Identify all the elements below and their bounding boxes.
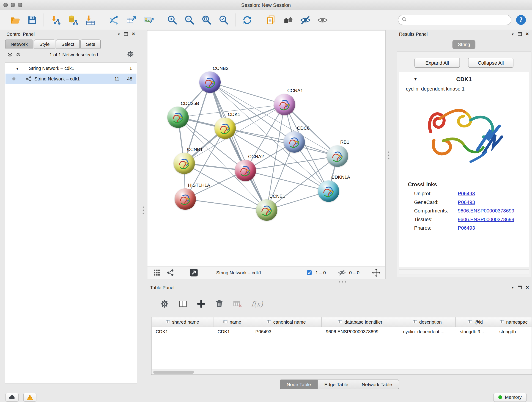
crosslink-compartments-link[interactable]: 9606.ENSP00000378699: [458, 208, 514, 214]
tab-sets[interactable]: Sets: [80, 40, 101, 49]
table-row[interactable]: CDK1CDK1P064939606.ENSP00000378699cyclin…: [152, 327, 532, 337]
network-canvas[interactable]: CCNB2CCNA1CDC25BCDK1CDC6RB1CCNB1CCNA2CDK…: [147, 31, 385, 266]
close-window-button[interactable]: [3, 3, 8, 7]
panel-menu-icon[interactable]: ▾: [512, 286, 514, 289]
help-icon[interactable]: ?: [515, 14, 526, 26]
vertical-splitter-handle[interactable]: [387, 151, 390, 160]
network-node-ccnb1[interactable]: [174, 153, 195, 174]
selected-checkbox-icon[interactable]: [307, 270, 312, 275]
network-row[interactable]: String Network – cdk1 11 48: [6, 74, 137, 84]
tab-edge-table[interactable]: Edge Table: [317, 380, 355, 389]
tab-node-table[interactable]: Node Table: [280, 380, 318, 389]
network-node-rb1[interactable]: [327, 146, 348, 167]
crosslink-pharos-link[interactable]: P06493: [458, 225, 475, 231]
network-arrows-icon[interactable]: [105, 12, 122, 28]
zoom-out-icon[interactable]: [181, 12, 198, 28]
import-network-database-icon[interactable]: [64, 12, 82, 28]
gear-icon[interactable]: [160, 300, 169, 308]
panel-float-icon[interactable]: [518, 32, 522, 36]
column-header-database-identifier[interactable]: database identifier: [322, 317, 399, 327]
crosslink-uniprot-link[interactable]: P06493: [458, 191, 475, 196]
column-header-name[interactable]: name: [214, 317, 251, 327]
show-panel-icon[interactable]: [314, 12, 331, 28]
crosslink-genecard-link[interactable]: P06493: [458, 199, 475, 205]
network-node-ccne1[interactable]: [256, 199, 278, 221]
birdseye-icon[interactable]: [190, 268, 198, 277]
collapse-tree-icon[interactable]: [7, 52, 12, 57]
network-node-hist1h1a[interactable]: [175, 188, 196, 210]
collapse-triangle-icon[interactable]: ▼: [16, 66, 19, 70]
refresh-icon[interactable]: [239, 12, 256, 28]
annotation-copy-icon[interactable]: [262, 12, 279, 28]
network-node-ccna2[interactable]: [235, 160, 256, 181]
network-node-ccnb2[interactable]: [199, 71, 221, 93]
column-header-canonical-name[interactable]: canonical name: [251, 317, 322, 327]
panel-close-icon[interactable]: ×: [132, 32, 135, 37]
export-image-icon[interactable]: [139, 12, 157, 28]
share-network-icon[interactable]: [167, 269, 174, 276]
tab-style[interactable]: Style: [34, 40, 55, 49]
panel-float-icon[interactable]: [124, 32, 128, 36]
panel-menu-icon[interactable]: ▾: [118, 32, 120, 36]
cloud-icon[interactable]: [6, 393, 19, 402]
network-status-dot: [12, 77, 16, 80]
zoom-fit-icon[interactable]: [198, 12, 215, 28]
crosslink-tissues-link[interactable]: 9606.ENSP00000378699: [458, 217, 514, 222]
new-network-table-icon[interactable]: [122, 12, 139, 28]
add-column-icon[interactable]: [196, 300, 206, 308]
hidden-eye-icon[interactable]: [338, 269, 346, 276]
save-icon[interactable]: [23, 12, 41, 28]
columns-icon[interactable]: [178, 300, 187, 308]
collapse-triangle-icon[interactable]: ▼: [413, 77, 418, 82]
network-edge[interactable]: [210, 82, 285, 105]
tab-network[interactable]: Network: [5, 40, 33, 49]
import-table-icon[interactable]: [82, 12, 99, 28]
hide-panel-icon[interactable]: [297, 12, 314, 28]
zoom-selected-icon[interactable]: [215, 12, 232, 28]
tab-string[interactable]: String: [452, 40, 476, 49]
column-header-description[interactable]: description: [399, 317, 456, 327]
minimize-window-button[interactable]: [11, 3, 15, 7]
expand-tree-icon[interactable]: [16, 52, 21, 57]
table-body: CDK1CDK1P064939606.ENSP00000378699cyclin…: [152, 327, 532, 337]
grid-icon[interactable]: [153, 269, 161, 276]
panel-close-icon[interactable]: ×: [526, 285, 529, 290]
collapse-all-button[interactable]: Collapse All: [468, 58, 513, 68]
column-header-label: shared name: [172, 319, 199, 325]
crosshair-icon[interactable]: [372, 268, 380, 277]
network-collection-row[interactable]: ▼ String Network – cdk1 1: [5, 63, 137, 74]
column-header-namespac[interactable]: namespac: [495, 317, 532, 327]
expand-all-button[interactable]: Expand All: [414, 58, 460, 68]
import-network-file-icon[interactable]: [47, 12, 64, 28]
zoom-in-icon[interactable]: [163, 12, 181, 28]
home-overview-icon[interactable]: [279, 12, 297, 28]
network-edge[interactable]: [185, 199, 267, 210]
maximize-window-button[interactable]: [18, 3, 22, 7]
column-header-@id[interactable]: @id: [456, 317, 495, 327]
panel-close-icon[interactable]: ×: [526, 32, 529, 37]
network-collection-label: String Network – cdk1: [29, 66, 74, 71]
panel-menu-icon[interactable]: ▾: [512, 32, 514, 36]
network-edge[interactable]: [210, 82, 267, 210]
table-horizontal-scrollbar[interactable]: [152, 370, 532, 375]
network-node-cdc25b[interactable]: [167, 107, 189, 128]
gear-icon[interactable]: [127, 51, 134, 59]
memory-button[interactable]: Memory: [494, 393, 526, 402]
trash-icon[interactable]: [215, 300, 224, 308]
vertical-splitter-handle[interactable]: [142, 206, 145, 215]
open-session-icon[interactable]: [6, 12, 23, 28]
scrollbar-thumb[interactable]: [153, 370, 194, 374]
panel-float-icon[interactable]: [518, 286, 522, 289]
network-node-cdk1[interactable]: [215, 118, 236, 139]
network-node-cdc6[interactable]: [284, 131, 305, 153]
column-header-shared-name[interactable]: shared name: [152, 317, 214, 327]
warning-icon[interactable]: [23, 393, 36, 402]
tab-select[interactable]: Select: [56, 40, 80, 49]
gene-section-header[interactable]: ▼ CDK1: [399, 72, 529, 86]
horizontal-splitter-handle[interactable]: [338, 281, 347, 283]
search-input[interactable]: [409, 17, 508, 23]
network-node-ccna1[interactable]: [274, 94, 295, 115]
network-node-cdkn1a[interactable]: [318, 181, 339, 202]
results-scrollbar[interactable]: [399, 269, 529, 275]
tab-network-table[interactable]: Network Table: [355, 380, 399, 389]
